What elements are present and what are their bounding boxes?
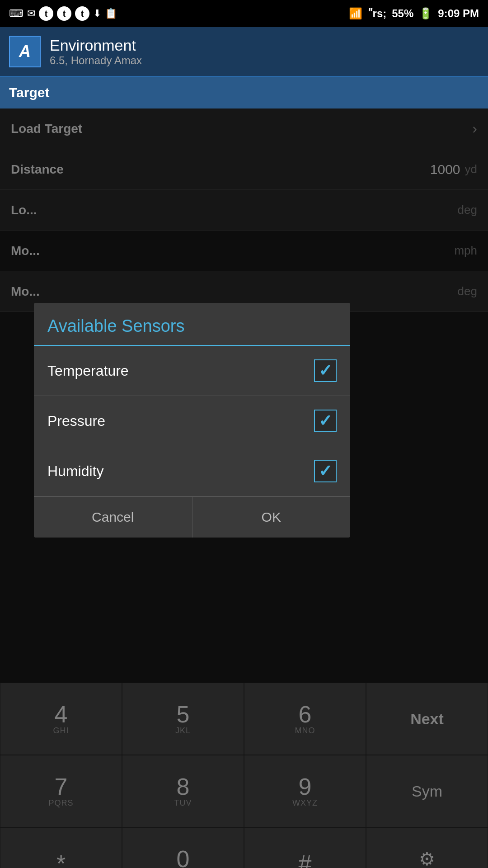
section-header: Target [0,77,488,108]
humidity-item[interactable]: Humidity [34,446,350,496]
wifi-icon: 📶 [349,7,362,20]
app-logo: A [9,36,41,67]
humidity-checkbox[interactable] [314,460,337,482]
app-title-area: Environment 6.5, Hornady Amax [50,37,142,67]
clock: 9:09 PM [438,7,479,20]
app-title: Environment [50,37,142,54]
temperature-item[interactable]: Temperature [34,346,350,396]
signal-icon: ʺrs; [368,7,387,20]
dialog-overlay: Available Sensors Temperature Pressure H… [0,108,488,868]
pressure-label: Pressure [47,413,105,429]
temperature-label: Temperature [47,363,129,379]
upload-icon: 📋 [105,8,117,19]
content-area: Load Target › Distance 1000 yd Lo... deg… [0,108,488,868]
pressure-item[interactable]: Pressure [34,396,350,446]
download-icon: ⬇ [93,8,101,19]
status-icons: ⌨ ✉ t t t ⬇ 📋 [9,6,117,21]
tumblr-icon-1: t [39,6,53,21]
status-right: 📶 ʺrs; 55% 🔋 9:09 PM [349,7,479,20]
ok-button[interactable]: OK [192,497,351,538]
dialog-buttons: Cancel OK [34,496,350,538]
dialog-title: Available Sensors [47,316,337,345]
app-header: A Environment 6.5, Hornady Amax [0,27,488,77]
dialog-body: Temperature Pressure Humidity [34,346,350,496]
app-subtitle: 6.5, Hornady Amax [50,54,142,67]
keyboard-icon: ⌨ [9,8,23,19]
tumblr-icon-3: t [75,6,89,21]
mail-icon: ✉ [27,8,35,19]
battery-percent: 55% [392,7,413,20]
section-title: Target [9,85,49,100]
temperature-checkbox[interactable] [314,359,337,382]
battery-icon: 🔋 [419,7,432,20]
humidity-label: Humidity [47,463,103,480]
tumblr-icon-2: t [57,6,71,21]
cancel-button[interactable]: Cancel [34,497,192,538]
status-bar: ⌨ ✉ t t t ⬇ 📋 📶 ʺrs; 55% 🔋 9:09 PM [0,0,488,27]
dialog-title-area: Available Sensors [34,303,350,346]
available-sensors-dialog: Available Sensors Temperature Pressure H… [34,303,350,538]
pressure-checkbox[interactable] [314,410,337,432]
